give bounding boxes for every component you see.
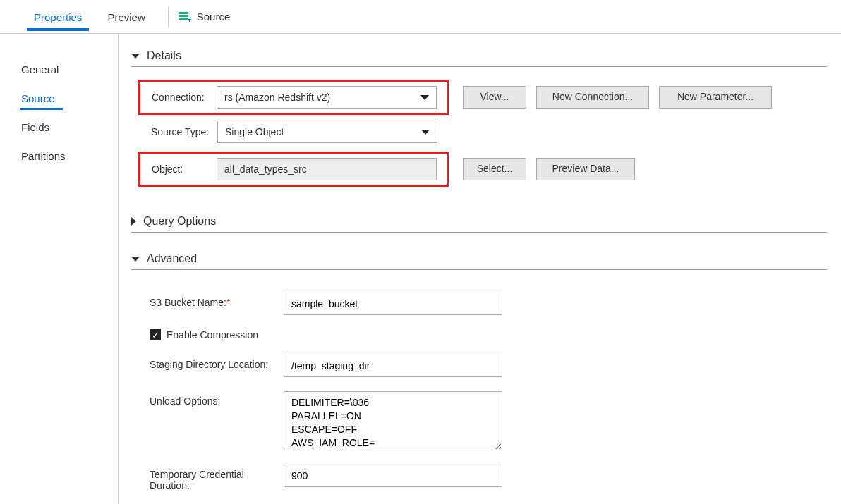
enable-compression-checkbox[interactable]: ✓ [150, 329, 161, 340]
s3-bucket-input[interactable] [284, 293, 502, 315]
chevron-right-icon [131, 217, 136, 226]
preview-data-button[interactable]: Preview Data... [536, 158, 635, 180]
details-body: Connection: rs (Amazon Redshift v2) View… [138, 80, 827, 194]
source-type-label: Source Type: [138, 126, 217, 137]
section-header-advanced[interactable]: Advanced [131, 252, 827, 270]
section-header-details[interactable]: Details [131, 49, 827, 67]
select-button[interactable]: Select... [463, 158, 526, 180]
temp-cred-input[interactable] [284, 465, 502, 487]
unload-options-textarea[interactable] [284, 391, 502, 450]
sidebar-item-source[interactable]: Source [0, 84, 118, 113]
object-label: Object: [146, 164, 217, 175]
sidebar-item-partitions[interactable]: Partitions [0, 142, 118, 171]
svg-rect-1 [179, 15, 188, 17]
chevron-down-icon [131, 54, 140, 59]
top-tab-bar: Properties Preview Source [0, 0, 841, 34]
connection-value: rs (Amazon Redshift v2) [224, 92, 330, 103]
sidebar-item-fields[interactable]: Fields [0, 113, 118, 142]
enable-compression-label: Enable Compression [167, 329, 258, 340]
temp-cred-label: Temporary Credential Duration: [150, 465, 284, 491]
svg-rect-0 [179, 12, 188, 14]
connection-dropdown[interactable]: rs (Amazon Redshift v2) [217, 86, 437, 109]
content-area: Details Connection: rs (Amazon Redshift … [119, 34, 841, 504]
section-title-details: Details [147, 49, 181, 62]
chevron-down-icon [131, 257, 140, 262]
source-type-dropdown[interactable]: Single Object [217, 121, 437, 143]
tab-properties[interactable]: Properties [21, 3, 95, 30]
connection-highlight: Connection: rs (Amazon Redshift v2) [138, 80, 449, 115]
s3-bucket-label: S3 Bucket Name:* [150, 293, 284, 308]
object-field: all_data_types_src [217, 158, 437, 180]
chevron-down-icon [420, 95, 429, 100]
new-parameter-button[interactable]: New Parameter... [659, 86, 772, 109]
sidebar: General Source Fields Partitions [0, 34, 119, 504]
object-highlight: Object: all_data_types_src [138, 152, 449, 187]
section-title-advanced: Advanced [147, 252, 197, 265]
source-indicator: Source [179, 11, 231, 23]
tab-preview[interactable]: Preview [95, 3, 157, 30]
staging-dir-label: Staging Directory Location: [150, 355, 284, 370]
svg-rect-2 [179, 18, 188, 20]
view-button[interactable]: View... [463, 86, 526, 109]
staging-dir-input[interactable] [284, 355, 502, 377]
object-value: all_data_types_src [224, 164, 307, 175]
chevron-down-icon [421, 130, 430, 135]
unload-options-label: Unload Options: [150, 391, 284, 407]
new-connection-button[interactable]: New Connection... [536, 86, 649, 109]
source-indicator-label: Source [197, 11, 231, 23]
section-header-query-options[interactable]: Query Options [131, 215, 827, 233]
connection-label: Connection: [146, 92, 217, 103]
advanced-body: S3 Bucket Name:* ✓ Enable Compression St… [150, 283, 827, 491]
tab-divider [168, 7, 169, 27]
section-title-query-options: Query Options [143, 215, 216, 228]
source-type-value: Single Object [225, 126, 284, 137]
sidebar-item-general[interactable]: General [0, 55, 118, 84]
source-table-icon [179, 11, 191, 23]
